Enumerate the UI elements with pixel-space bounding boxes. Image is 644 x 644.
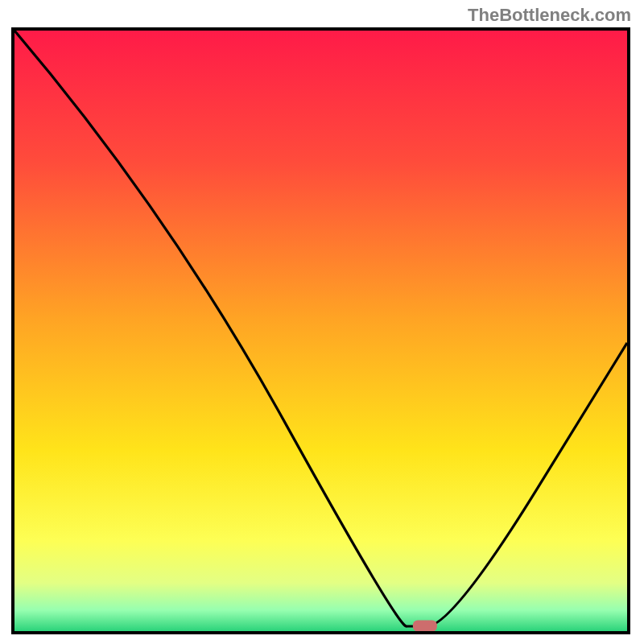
optimal-marker [413,621,437,631]
chart-frame [11,27,630,634]
bottleneck-chart [14,31,627,631]
watermark: TheBottleneck.com [468,5,631,26]
gradient-bg [14,31,627,631]
